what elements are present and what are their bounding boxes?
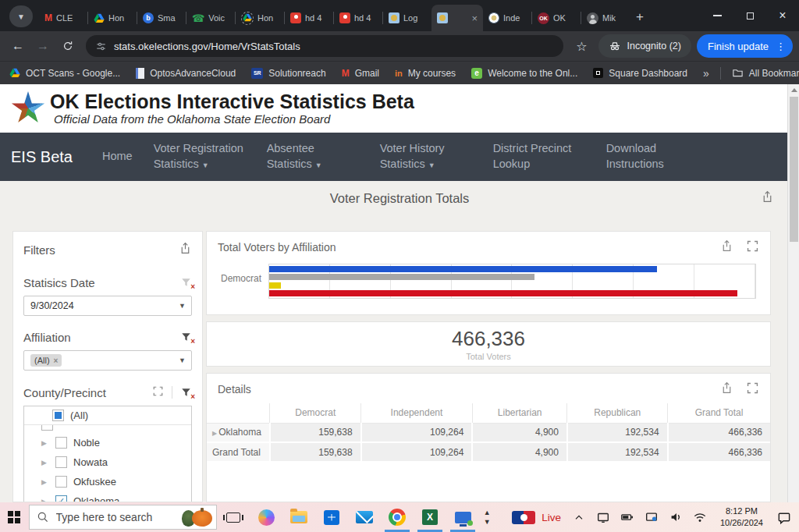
clear-affiliation-filter-button[interactable]	[180, 332, 192, 343]
table-row[interactable]: ▶Oklahoma159,638109,2644,900192,534466,3…	[207, 423, 770, 442]
county-item-oklahoma[interactable]: ▶Oklahoma	[24, 491, 191, 502]
expander-icon[interactable]: ▶	[41, 459, 49, 466]
taskbar-app-chrome[interactable]	[381, 502, 414, 532]
taskbar-app-copilot[interactable]	[250, 502, 282, 532]
county-item-noble[interactable]: ▶Noble	[24, 433, 191, 452]
browser-tab[interactable]: OKOK	[532, 5, 581, 31]
finish-update-button[interactable]: Finish update ⋮	[697, 34, 793, 58]
wifi-icon[interactable]	[693, 510, 707, 524]
county-expand-button[interactable]	[152, 385, 164, 399]
browser-tab[interactable]: Log	[383, 5, 431, 31]
checkbox[interactable]	[52, 410, 64, 421]
checkbox[interactable]	[55, 437, 67, 449]
nav-item-district-precinct-lookup[interactable]: District Precinct Lookup	[493, 141, 585, 172]
expander-icon[interactable]: ▶	[212, 430, 217, 437]
tab-close-icon[interactable]: ×	[471, 12, 478, 24]
checkbox[interactable]	[55, 456, 67, 468]
tablet-icon[interactable]	[596, 510, 610, 524]
back-button[interactable]: ←	[6, 34, 30, 58]
bookmark-item[interactable]: SRSolutionreach	[251, 68, 325, 79]
browser-tab-active[interactable]: ×	[431, 5, 483, 31]
reload-button[interactable]	[56, 34, 80, 58]
cast-icon[interactable]	[645, 510, 659, 524]
expander-icon[interactable]: ▶	[41, 439, 49, 447]
speaker-icon[interactable]	[669, 510, 683, 524]
scrollbar-up-arrow[interactable]	[791, 88, 797, 92]
search-input[interactable]	[56, 511, 165, 523]
clear-county-filter-button[interactable]	[180, 387, 192, 399]
start-button[interactable]	[0, 502, 29, 532]
taskbar-app-excel[interactable]	[414, 502, 446, 532]
taskbar-app-pc[interactable]	[446, 502, 479, 532]
chart-export-button[interactable]	[720, 239, 733, 255]
nav-item-absentee-statistics[interactable]: Absentee Statistics▼	[267, 141, 359, 172]
taskbar-app-store[interactable]	[315, 502, 348, 532]
bookmark-item[interactable]: Square Dashboard	[593, 68, 687, 79]
taskbar-app-taskview[interactable]	[217, 502, 250, 532]
bookmark-item[interactable]: inMy courses	[395, 68, 456, 79]
browser-tab[interactable]: Inde	[483, 5, 531, 31]
clear-date-filter-button[interactable]	[180, 277, 192, 289]
expander-icon[interactable]: ▶	[41, 478, 49, 486]
nav-item-voter-history-statistics[interactable]: Voter History Statistics▼	[380, 141, 472, 172]
browser-tab[interactable]: Hon	[88, 5, 137, 31]
county-item-all[interactable]: (All)	[24, 406, 191, 425]
statistics-date-select[interactable]: 9/30/2024 ▼	[23, 296, 192, 316]
browser-menu-icon[interactable]: ⋮	[776, 41, 786, 52]
browser-tab[interactable]: MCLE	[39, 5, 87, 31]
maximize-button[interactable]	[733, 0, 766, 31]
chart-fullscreen-button[interactable]	[746, 239, 759, 255]
nav-item-voter-registration-statistics[interactable]: Voter Registration Statistics▼	[154, 141, 246, 172]
browser-tab[interactable]: hd 4	[334, 5, 382, 31]
chart-bar-libertarian[interactable]	[269, 282, 281, 289]
table-row[interactable]: Grand Total159,638109,2644,900192,534466…	[207, 442, 770, 462]
bookmark-item[interactable]: OptosAdvanceCloud	[136, 68, 236, 79]
close-button[interactable]: ×	[766, 0, 799, 31]
seasonal-pumpkins-image[interactable]	[182, 510, 212, 527]
details-fullscreen-button[interactable]	[746, 381, 759, 397]
minimize-button[interactable]	[701, 0, 733, 31]
chart-bar-republican[interactable]	[269, 290, 737, 296]
page-scrollbar[interactable]	[787, 84, 799, 502]
forward-button[interactable]: →	[31, 34, 55, 58]
browser-tab[interactable]: bSma	[137, 5, 186, 31]
remove-chip-icon[interactable]: ×	[54, 356, 59, 365]
site-settings-icon[interactable]	[95, 41, 107, 52]
address-bar[interactable]: stats.okelections.gov/Home/VrStatsTotals	[86, 35, 563, 57]
bookmark-item[interactable]: MGmail	[342, 68, 379, 79]
scroll-up-icon[interactable]: ▲	[484, 509, 491, 516]
bookmark-item[interactable]: OCT Scans - Google...	[9, 68, 120, 79]
chart-bar-independent[interactable]	[269, 274, 534, 280]
browser-tab[interactable]: ☎Voic	[186, 5, 235, 31]
taskbar-clock[interactable]: 8:12 PM 10/26/2024	[717, 505, 766, 529]
chart-bar-democrat[interactable]	[269, 266, 657, 272]
checkbox[interactable]	[41, 425, 53, 431]
details-export-button[interactable]	[720, 381, 733, 397]
nav-item-home[interactable]: Home	[102, 149, 133, 165]
filters-export-button[interactable]	[179, 242, 192, 257]
county-item[interactable]	[24, 425, 191, 433]
all-bookmarks-button[interactable]: All Bookmarks	[732, 67, 799, 79]
browser-tab[interactable]: hd 4	[285, 5, 333, 31]
checkbox[interactable]	[55, 495, 67, 502]
bookmark-item[interactable]: eWelcome to the Onl...	[471, 68, 577, 79]
affiliation-select[interactable]: (All) × ▼	[23, 350, 192, 371]
browser-tab[interactable]: Mik	[581, 5, 630, 31]
county-item-nowata[interactable]: ▶Nowata	[24, 452, 191, 472]
county-item-okfuskee[interactable]: ▶Okfuskee	[24, 472, 191, 491]
checkbox[interactable]	[55, 476, 67, 488]
scrollbar-thumb[interactable]	[790, 97, 798, 242]
browser-tab[interactable]: Hon	[236, 5, 284, 31]
nav-item-download-instructions[interactable]: Download Instructions	[606, 141, 698, 172]
bookmark-star-button[interactable]: ☆	[570, 34, 593, 58]
taskbar-app-explorer[interactable]	[282, 502, 315, 532]
battery-icon[interactable]	[620, 510, 634, 524]
taskbar-app-mail[interactable]	[348, 502, 381, 532]
tab-search-button[interactable]: ▼	[9, 5, 33, 27]
news-widget[interactable]: Live	[495, 502, 572, 532]
taskbar-scroll-arrows[interactable]: ▲ ▼	[479, 509, 495, 526]
bookmarks-overflow-button[interactable]: »	[703, 67, 709, 80]
new-tab-button[interactable]: +	[636, 9, 644, 25]
page-export-button[interactable]	[761, 190, 774, 207]
notifications-icon[interactable]	[776, 510, 791, 525]
